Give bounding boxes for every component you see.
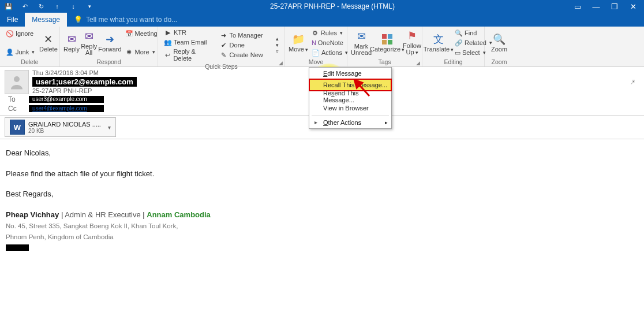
cc-label: Cc [8, 105, 25, 113]
window-title: 25-27APR PNH-REP - Message (HTML) [96, 2, 569, 10]
sig-name: Pheap Vichhay [6, 210, 59, 219]
qat-customize-icon[interactable]: ▾ [83, 1, 96, 12]
ignore-button[interactable]: 🚫Ignore [3, 29, 38, 38]
attachment-item[interactable]: W GRAILARD NICOLAS ..... 20 KB ▾ [5, 117, 116, 137]
rules-button[interactable]: ⚙Rules▾ [309, 28, 345, 38]
maximize-button[interactable]: ❐ [606, 1, 623, 12]
next-item-icon[interactable]: ↓ [67, 1, 80, 12]
reply-button[interactable]: ✉ Reply [63, 28, 80, 58]
quickstep-to-manager[interactable]: ➜To Manager [218, 31, 272, 40]
menu-recall-message[interactable]: Recall This Message... [309, 79, 391, 91]
menu-other-actions[interactable]: ▸ Other Actions ▸ [309, 117, 391, 128]
quicksteps-dialog-launcher-icon[interactable]: ◢ [279, 60, 283, 66]
menu-view-in-browser[interactable]: View in Browser [309, 102, 391, 114]
zoom-button[interactable]: 🔍 Zoom [488, 28, 510, 58]
move-button[interactable]: 📁 Move▾ [289, 28, 308, 58]
select-icon: ▭ [455, 49, 460, 57]
move-folder-icon: 📁 [292, 33, 305, 46]
group-label-editing: Editing [426, 58, 481, 66]
tell-me-placeholder: Tell me what you want to do... [86, 16, 177, 24]
quickstep-create-new[interactable]: ✎Create New [218, 50, 272, 60]
mark-unread-icon: ✉ [355, 30, 368, 43]
attachment-dropdown-icon[interactable]: ▾ [108, 124, 111, 131]
sig-address-2: Phnom Penh, Kingdom of Cambodia [6, 232, 638, 242]
translate-button[interactable]: 文 Translate▾ [426, 28, 451, 58]
submenu-arrow-icon: ▸ [385, 120, 388, 125]
svg-rect-0 [382, 34, 387, 39]
manager-icon: ➜ [220, 31, 228, 39]
svg-rect-1 [388, 34, 392, 39]
minimize-button[interactable]: — [587, 1, 605, 12]
find-button[interactable]: 🔍Find [452, 28, 487, 38]
tab-bar: File Message 💡 Tell me what you want to … [0, 13, 644, 27]
redo-icon[interactable]: ↻ [35, 1, 47, 12]
quickstep-up-icon[interactable]: ▴ [276, 36, 279, 42]
menu-resend-message[interactable]: Resend This Message... [309, 91, 391, 102]
delete-button[interactable]: ✕ Delete [39, 28, 58, 58]
junk-icon: 👤 [6, 48, 14, 56]
reply-all-button[interactable]: ✉ Reply All [81, 28, 97, 58]
meeting-button[interactable]: 📅Meeting [123, 29, 160, 38]
undo-icon[interactable]: ↶ [18, 1, 31, 12]
categorize-button[interactable]: Categorize▾ [373, 28, 402, 58]
signature-block: Pheap Vichhay | Admin & HR Executive | A… [6, 209, 638, 254]
sig-company: Annam Cambodia [147, 210, 211, 219]
tab-file[interactable]: File [0, 13, 25, 27]
ribbon-group-zoom: 🔍 Zoom Zoom [485, 27, 514, 66]
tell-me-search[interactable]: 💡 Tell me what you want to do... [67, 13, 184, 27]
save-icon[interactable]: 💾 [2, 1, 15, 12]
popout-icon[interactable]: ⭷ [629, 78, 639, 86]
respond-more-button[interactable]: ✱More▾ [123, 47, 160, 57]
zoom-icon: 🔍 [493, 33, 506, 46]
svg-rect-2 [382, 40, 387, 44]
group-label-move: Move [289, 58, 343, 66]
ribbon-group-respond: ✉ Reply ✉ Reply All ➜ Forward 📅Meeting ✱… [60, 27, 158, 66]
forward-button[interactable]: ➜ Forward [98, 28, 121, 58]
svg-rect-3 [388, 40, 392, 44]
flag-icon: ▶ [164, 28, 172, 36]
rules-icon: ⚙ [312, 29, 319, 37]
quickstep-done[interactable]: ✔Done [218, 40, 272, 50]
actions-dropdown: Edit Message Recall This Message... Rese… [309, 67, 392, 129]
body-greeting: Dear Nicolas, [6, 147, 638, 159]
sig-address-1: No. 45, Street 335, Sangkat Boeng Kok II… [6, 221, 638, 231]
followup-button[interactable]: ⚑ FollowUp▾ [403, 28, 421, 58]
actions-button[interactable]: 📄Actions▾ [309, 48, 345, 57]
attachment-size: 20 KB [28, 128, 101, 134]
tab-message[interactable]: Message [25, 13, 67, 27]
check-icon: ✔ [220, 41, 228, 49]
quickstep-reply-delete[interactable]: ↩Reply & Delete [162, 47, 216, 62]
message-body: Dear Nicolas, Please find the attach fil… [0, 139, 644, 262]
related-icon: 🔗 [455, 39, 463, 47]
mark-unread-button[interactable]: ✉ MarkUnread [351, 28, 372, 58]
menu-edit-message[interactable]: Edit Message [309, 68, 391, 79]
onenote-button[interactable]: NOneNote [309, 38, 345, 47]
group-label-tags: Tags [351, 58, 418, 66]
ribbon-options-icon[interactable]: ▭ [569, 1, 586, 12]
to-label: To [8, 95, 25, 103]
junk-button[interactable]: 👤Junk▾ [3, 47, 38, 57]
to-value-redacted: user3@example.com [29, 96, 104, 103]
close-button[interactable]: ✕ [624, 1, 642, 12]
ribbon-group-quicksteps: ▶KTR 👥Team Email ↩Reply & Delete ➜To Man… [158, 27, 285, 66]
related-button[interactable]: 🔗Related▾ [452, 38, 487, 47]
sender-avatar [5, 70, 29, 94]
group-label-zoom: Zoom [488, 58, 510, 66]
message-subject: 25-27APR PNH-REP [32, 87, 137, 94]
tags-dialog-launcher-icon[interactable]: ◢ [416, 60, 420, 66]
prev-item-icon[interactable]: ↑ [51, 1, 63, 12]
sender-name-redacted: user1;user2@example.com [32, 77, 137, 87]
quickstep-ktr[interactable]: ▶KTR [162, 28, 216, 37]
svg-point-5 [14, 76, 20, 82]
select-button[interactable]: ▭Select▾ [452, 48, 487, 57]
team-icon: 👥 [164, 38, 172, 46]
meeting-icon: 📅 [125, 29, 133, 38]
group-label-delete: Delete [3, 58, 56, 66]
quickstep-down-icon[interactable]: ▾ [276, 42, 279, 48]
quickstep-team-email[interactable]: 👥Team Email [162, 38, 216, 47]
menu-view-browser-label: View in Browser [323, 105, 369, 112]
menu-edit-message-label: dit Message [327, 70, 361, 77]
ribbon: 🚫Ignore 👤Junk▾ ✕ Delete Delete ✉ Reply ✉… [0, 27, 644, 67]
quickstep-expand-icon[interactable]: ▿ [276, 49, 279, 54]
ignore-icon: 🚫 [6, 29, 14, 38]
